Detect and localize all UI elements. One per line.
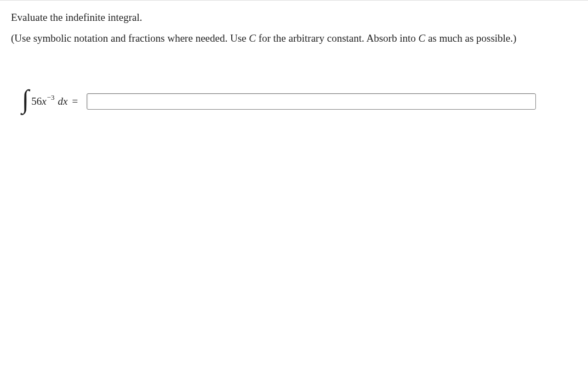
integral-sign-icon: ∫ (22, 86, 29, 112)
instruction-detail: (Use symbolic notation and fractions whe… (11, 32, 577, 44)
integrand: 56x−3 dx (31, 95, 67, 107)
variable-x: x (42, 95, 46, 107)
exponent: −3 (47, 93, 55, 102)
integral-row: ∫ 56x−3 dx = (11, 88, 577, 115)
differential: dx (58, 95, 67, 107)
integral-expression: ∫ 56x−3 dx = (22, 88, 79, 115)
constant-c-2: C (418, 32, 425, 44)
constant-c-1: C (249, 32, 256, 44)
problem-container: Evaluate the indefinite integral. (Use s… (0, 0, 588, 115)
equals-sign: = (72, 95, 78, 107)
instruction-pre: (Use symbolic notation and fractions whe… (11, 32, 249, 44)
instruction-post: as much as possible.) (425, 32, 516, 44)
answer-input[interactable] (87, 93, 536, 110)
instruction-mid: for the arbitrary constant. Absorb into (256, 32, 419, 44)
instruction-title: Evaluate the indefinite integral. (11, 12, 577, 24)
coefficient: 56 (31, 95, 42, 107)
